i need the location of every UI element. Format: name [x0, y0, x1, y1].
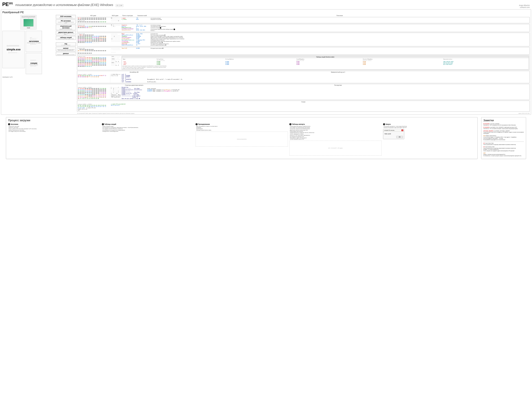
notes-card: Заметки MZ HEADER он же DOS_HEADERНачина…: [481, 117, 526, 159]
file-card: SHA-1 b7bdb0f1f5b15a0427ff238e2209ba30a6…: [20, 15, 37, 29]
row-pe: Смещение 0x40 50 45 00 00-4C 01 03 00-00…: [77, 24, 530, 32]
file-thumb: [23, 19, 34, 27]
row-asm: Ассемблер x86 Эквивалентный код на С Сме…: [77, 71, 530, 83]
dialog-mock: a simple PE executa...× Hello world! OK: [383, 129, 404, 139]
tag-dos: DOS заголовок показывает, что это двоичн…: [56, 15, 76, 19]
sheet-header-sub: технические детали о EXE файле: [27, 42, 41, 43]
author: Ange Albertini: [519, 4, 530, 6]
sheet-sections: 6A 00 68 00 30 ... ... ... секции начинк…: [26, 53, 42, 74]
tag-import: импорт осуществляет связь между исполняе…: [56, 47, 76, 51]
file-hash: SHA-1 b7bdb0f1f5b15a0427ff238e2209ba30a6…: [22, 16, 35, 18]
tag-datadirs: директории данных указатели на дополните…: [56, 31, 76, 35]
tag-data: данные информация, которая необходима ко…: [56, 52, 76, 56]
process-card: Процесс загрузки 1 Заголовкиразбор DOS з…: [6, 117, 478, 159]
process-heading: Процесс загрузки: [8, 119, 475, 122]
tag-pe: PE заголовок показывает, что это "соврем…: [56, 19, 76, 24]
footer-note: Это полноценный PE-файл, однако, большин…: [77, 113, 530, 114]
analysis-headers: HEX дамп ASCII дамп Поля в структурах Зн…: [77, 15, 530, 16]
sheet-header-title: заголовок: [29, 40, 39, 42]
logo: PE101: [2, 1, 13, 7]
block-tags: DOS заголовок показывает, что это двоичн…: [56, 15, 76, 114]
row-datadirs: Смещение 0xB8 ...00 00 00 00-00 00 00 00…: [77, 47, 530, 55]
close-icon[interactable]: ×: [401, 129, 403, 131]
tag-code: код то, что будет исполняться: [56, 42, 76, 46]
tag-sections-table: таблица секций определяет как файл будет…: [56, 36, 76, 40]
sheet-sections-title: секции: [30, 62, 37, 64]
sheet-file-title: simple.exe: [7, 48, 21, 51]
row-strings: Строки Смещение 0x600/R → 0x3000/V 61 20…: [77, 101, 530, 112]
file-label: simple: [22, 27, 35, 29]
sheet-file: 4D 5A 00 00 00 00 00 00 00 00 00 ... 00 …: [2, 31, 25, 68]
row-dos: 4D 5A 00 00-00 00 00 00-00 00 00 00-00 0…: [77, 17, 530, 23]
sheet-sections-sub: начинка EXE файла: [30, 64, 38, 65]
sections-table: Таблица секций (Sections table) NameVirt…: [122, 56, 529, 70]
panel-heading: Разобранный PE: [2, 11, 530, 14]
subtitle: пошаговое руководство к исполняемым файл…: [15, 3, 113, 7]
main-panel: Разобранный PE SHA-1 b7bdb0f1f5b15a0427f…: [1, 9, 531, 115]
row-imports: Структуры директории импорта Последствия…: [77, 84, 530, 100]
hex-filler: ... ... 68 20 40 00 6A 00 FF 15 ... ...: [8, 51, 18, 54]
translator: переведено Lyr1k: [2, 76, 55, 78]
tag-optional: опциональный заголовок информация об исп…: [56, 25, 76, 30]
hex-filler: 4D 5A 00 00 00 00 00 00 00 00 00 ... 00 …: [7, 45, 20, 48]
notes-heading: Заметки: [483, 119, 524, 122]
cc-badge: CC ⓘ BY: [116, 4, 123, 7]
ok-button[interactable]: OK: [396, 136, 403, 138]
row-optional: Смещение 0x58 ...0B 01 00 00-00 00 00 00…: [77, 33, 530, 47]
title-bar: PE101 пошаговое руководство к исполняемы…: [1, 1, 531, 9]
row-sections: Смещение 0x138 2E 74 65 78-74 00 00 00-0…: [77, 55, 530, 70]
sheet-header: 4D 5A .. .. .. .. .. ... 50 45 00 00 4C …: [26, 31, 42, 52]
site: corkami.com: [520, 6, 530, 8]
